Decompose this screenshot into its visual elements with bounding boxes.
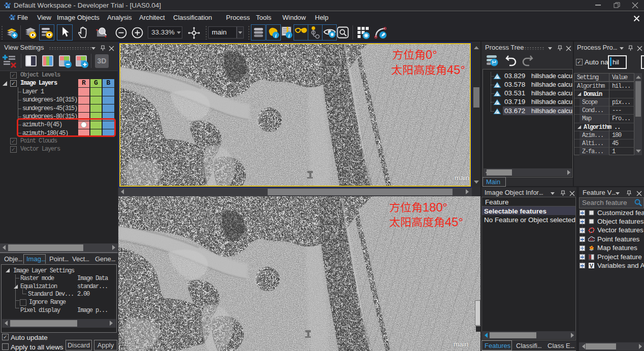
svg-text:1: 1	[423, 200, 429, 214]
svg-text:°: °	[432, 48, 437, 61]
svg-text:4: 4	[445, 215, 452, 229]
svg-text:°: °	[458, 215, 463, 229]
svg-text:5: 5	[452, 215, 458, 229]
svg-text:V: V	[590, 263, 594, 269]
svg-text:4: 4	[447, 63, 454, 77]
svg-text:5: 5	[454, 63, 460, 77]
svg-text:0: 0	[426, 48, 432, 61]
svg-text:°: °	[443, 200, 448, 214]
svg-text:°: °	[460, 63, 465, 77]
svg-text:8: 8	[429, 200, 436, 214]
svg-text:0: 0	[436, 200, 442, 214]
